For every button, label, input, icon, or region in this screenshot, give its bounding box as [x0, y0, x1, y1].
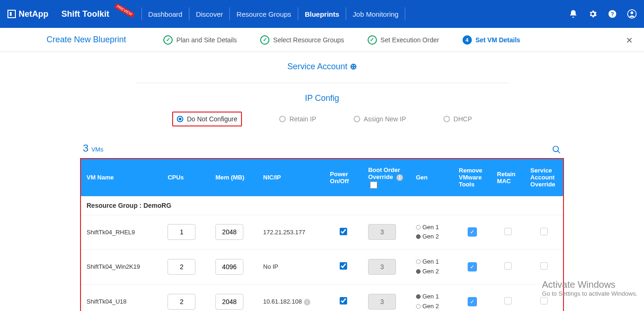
svc-override-checkbox[interactable]	[540, 262, 548, 270]
col-boot-label: Boot Order Override	[368, 166, 400, 180]
step-exec-order[interactable]: ✓ Set Execution Order	[368, 35, 439, 45]
power-checkbox[interactable]	[340, 297, 347, 304]
table-row: ShiftTk04_U1810.61.182.108iGen 1Gen 2✓	[81, 284, 563, 311]
search-icon[interactable]	[552, 145, 561, 154]
boot-order-input[interactable]	[368, 294, 396, 310]
vm-table-highlight: VM Name CPUs Mem (MB) NIC/IP Power On/Of…	[80, 158, 564, 311]
svc-override-checkbox[interactable]	[540, 297, 548, 304]
cell-nic: 10.61.182.108i	[258, 284, 325, 311]
mem-input[interactable]	[215, 224, 243, 240]
nav-discover[interactable]: Discover	[196, 10, 223, 18]
retain-mac-checkbox[interactable]	[504, 297, 512, 304]
toolkit-title: Shift Toolkit	[61, 9, 109, 19]
cpus-input[interactable]	[168, 224, 195, 240]
col-boot: Boot Order Override i	[362, 159, 410, 196]
retain-mac-checkbox[interactable]	[504, 228, 512, 235]
wizard-step-bar: Create New Blueprint ✓ Plan and Site Det…	[0, 28, 644, 52]
radio-icon	[416, 294, 421, 299]
col-gen: Gen	[410, 159, 453, 196]
svc-override-checkbox[interactable]	[540, 228, 548, 235]
highlight-box: Do Not Configure	[172, 112, 242, 126]
nav-separator	[346, 7, 346, 20]
user-icon[interactable]	[627, 9, 637, 19]
svg-line-5	[558, 151, 560, 153]
netapp-logo-icon	[7, 10, 16, 18]
nav-blueprints[interactable]: Blueprints	[305, 10, 339, 18]
radio-icon	[416, 269, 421, 274]
boot-order-master-checkbox[interactable]	[370, 181, 377, 189]
cpus-input[interactable]	[168, 294, 195, 310]
brand-logo: NetApp	[7, 9, 48, 19]
ip-option-assign-new-ip[interactable]: Assign New IP	[354, 115, 406, 123]
vm-table: VM Name CPUs Mem (MB) NIC/IP Power On/Of…	[81, 159, 563, 311]
mem-input[interactable]	[215, 294, 243, 310]
table-row: ShiftTk04_Win2K19No IPGen 1Gen 2✓	[81, 250, 563, 285]
remove-tools-checkbox[interactable]: ✓	[468, 227, 477, 237]
info-icon[interactable]: i	[396, 174, 403, 181]
info-icon[interactable]: i	[304, 299, 310, 305]
cell-gen[interactable]: Gen 1Gen 2	[410, 284, 453, 311]
vm-count: 3	[83, 142, 88, 154]
nav-resource-groups[interactable]: Resource Groups	[236, 10, 291, 18]
radio-icon	[177, 116, 183, 122]
add-service-account-icon[interactable]: ⊕	[350, 62, 357, 71]
cell-vm-name: ShiftTk04_Win2K19	[81, 250, 162, 285]
check-icon: ✓	[368, 35, 377, 45]
col-power: Power On/Off	[324, 159, 362, 196]
radio-label: Retain IP	[289, 115, 316, 123]
service-account-title: Service Account	[287, 62, 347, 71]
step-label: Set VM Details	[476, 36, 520, 44]
cell-gen[interactable]: Gen 1Gen 2	[410, 250, 453, 285]
radio-icon	[354, 116, 360, 122]
svg-point-4	[553, 146, 559, 152]
radio-label: Do Not Configure	[187, 115, 237, 123]
nav-right-icons: ?	[569, 9, 637, 19]
nav-separator	[405, 7, 405, 20]
step-label: Select Resource Groups	[273, 36, 344, 44]
power-checkbox[interactable]	[340, 262, 347, 270]
service-account-section: Service Account ⊕	[80, 52, 564, 83]
ip-config-options: Do Not Configure Retain IP Assign New IP…	[80, 112, 564, 126]
radio-label: DHCP	[454, 115, 472, 123]
help-icon[interactable]: ?	[608, 9, 617, 19]
step-label: Plan and Site Details	[176, 36, 237, 44]
radio-label: Assign New IP	[364, 115, 406, 123]
nav-separator	[141, 7, 142, 20]
boot-order-input[interactable]	[368, 224, 396, 240]
mem-input[interactable]	[215, 259, 243, 275]
check-icon: ✓	[163, 35, 173, 45]
col-svc-override: Service Account Override	[525, 159, 563, 196]
ip-option-dhcp[interactable]: DHCP	[443, 115, 472, 123]
remove-tools-checkbox[interactable]: ✓	[468, 297, 477, 306]
preview-badge: PREVIEW	[114, 3, 134, 18]
bell-icon[interactable]	[569, 9, 578, 19]
nav-dashboard[interactable]: Dashboard	[148, 10, 182, 18]
nav-job-monitoring[interactable]: Job Monitoring	[353, 10, 398, 18]
cell-vm-name: ShiftTk04_RHEL9	[81, 215, 162, 250]
cpus-input[interactable]	[168, 259, 195, 275]
cell-gen[interactable]: Gen 1Gen 2	[410, 215, 453, 250]
step-plan-site[interactable]: ✓ Plan and Site Details	[163, 35, 237, 45]
content-area: Service Account ⊕ IP Config Do Not Confi…	[0, 52, 644, 311]
col-nic: NIC/IP	[258, 159, 325, 196]
radio-icon	[416, 259, 421, 264]
radio-icon	[279, 116, 286, 122]
step-label: Set Execution Order	[381, 36, 439, 44]
check-icon: ✓	[260, 35, 269, 45]
step-vm-details[interactable]: 4 Set VM Details	[463, 35, 520, 45]
ip-option-retain-ip[interactable]: Retain IP	[279, 115, 316, 123]
ip-option-do-not-configure[interactable]: Do Not Configure	[177, 115, 237, 123]
nav-separator	[298, 7, 298, 20]
nav-separator	[189, 7, 189, 20]
close-icon[interactable]: ✕	[626, 35, 633, 46]
step-select-rg[interactable]: ✓ Select Resource Groups	[260, 35, 344, 45]
cell-nic: No IP	[258, 250, 325, 285]
retain-mac-checkbox[interactable]	[504, 262, 512, 270]
remove-tools-checkbox[interactable]: ✓	[468, 262, 477, 271]
boot-order-input[interactable]	[368, 259, 396, 275]
col-vm-name: VM Name	[81, 159, 162, 196]
power-checkbox[interactable]	[340, 228, 347, 235]
gear-icon[interactable]	[588, 9, 597, 19]
col-remove-tools: Remove VMware Tools	[453, 159, 491, 196]
cell-nic: 172.21.253.177	[258, 215, 325, 250]
